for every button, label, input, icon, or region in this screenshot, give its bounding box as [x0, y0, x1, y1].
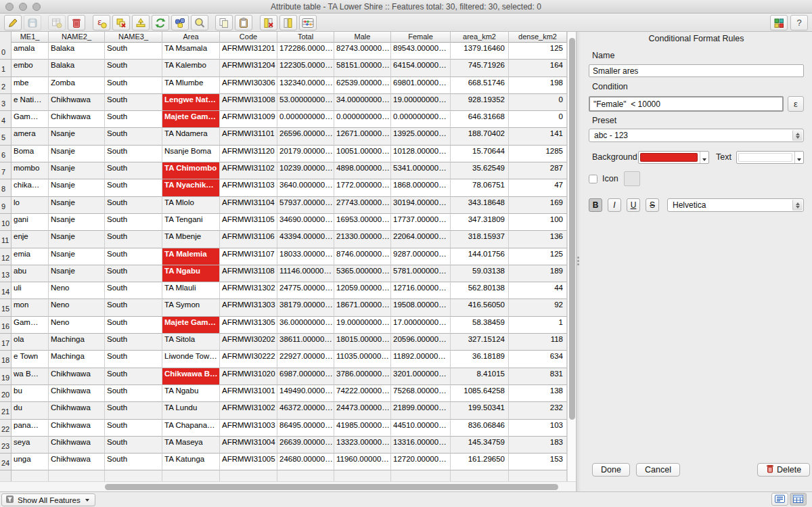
cell-total[interactable]: 3640.000000… — [277, 179, 334, 196]
cell-name2[interactable]: Neno — [49, 282, 105, 299]
cell-name3[interactable]: South — [105, 43, 162, 60]
cell-area_km2[interactable]: 188.70402 — [451, 128, 509, 145]
cell-female[interactable]: 19508.00000… — [391, 299, 451, 316]
paste-features-button[interactable] — [235, 15, 252, 30]
cell-name3[interactable]: South — [105, 265, 162, 282]
cell-name2[interactable]: Neno — [49, 299, 105, 316]
row-number[interactable]: 22 — [0, 420, 12, 437]
cell-name1[interactable]: seya — [12, 437, 49, 454]
cell-male[interactable]: 3786.000000… — [334, 368, 391, 385]
cell-name3[interactable]: South — [105, 351, 162, 368]
cell-area_km2[interactable]: 343.18648 — [451, 197, 509, 214]
cell-male[interactable]: 19.00000000… — [334, 317, 391, 334]
cell-dense_km2[interactable]: 138 — [509, 385, 567, 402]
cell-name3[interactable]: South — [105, 368, 162, 385]
cell-female[interactable]: 30194.00000… — [391, 197, 451, 214]
row-number[interactable]: 2 — [0, 77, 12, 94]
cell-total[interactable]: 43394.00000… — [277, 231, 334, 248]
cell-male[interactable]: 34.00000000… — [334, 94, 391, 111]
toggle-editing-button[interactable] — [4, 15, 22, 30]
cell-dense_km2[interactable]: 103 — [509, 420, 567, 437]
cell-male[interactable]: 18015.00000… — [334, 334, 391, 351]
cell-dense_km2[interactable]: 634 — [509, 351, 567, 368]
cell-name1[interactable]: amala — [12, 43, 49, 60]
cell-name1[interactable]: mombo — [12, 162, 49, 179]
cell-name2[interactable]: Chikhwawa — [49, 111, 105, 128]
cell-female[interactable]: 69801.00000… — [391, 77, 451, 94]
cell-code[interactable]: AFRMWI31002 — [220, 402, 277, 419]
cell-area_km2[interactable]: 646.31668 — [451, 111, 509, 128]
cell-male[interactable]: 58151.00000… — [334, 60, 391, 76]
cell-area[interactable]: TA Ngabu — [162, 385, 220, 402]
cell-area[interactable]: TA Ngabu — [162, 265, 220, 282]
cell-female[interactable]: 19.00000000… — [391, 94, 451, 111]
cell-female[interactable]: 12716.00000… — [391, 282, 451, 299]
cell-name2[interactable]: Nsanje — [49, 197, 105, 214]
cell-name1[interactable]: du — [12, 402, 49, 419]
cell-code[interactable]: AFRMWI30222 — [220, 351, 277, 368]
cell-area[interactable]: TA Mlauli — [162, 282, 220, 299]
cell-code[interactable]: AFRMWI31003 — [220, 420, 277, 437]
cell-name2[interactable]: Chikhwawa — [49, 385, 105, 402]
cell-dense_km2[interactable]: 0 — [509, 94, 567, 111]
row-number[interactable]: 8 — [0, 179, 12, 196]
row-number[interactable]: 20 — [0, 385, 12, 402]
column-header-code[interactable]: Code — [220, 32, 277, 43]
cell-dense_km2[interactable]: 1285 — [509, 146, 567, 162]
form-view-toggle[interactable] — [771, 493, 788, 506]
cell-name3[interactable]: South — [105, 111, 162, 128]
column-header-female[interactable]: Female — [391, 32, 451, 43]
done-button[interactable]: Done — [592, 463, 630, 477]
row-number[interactable]: 12 — [0, 248, 12, 265]
reload-table-button[interactable] — [48, 15, 66, 30]
cell-female[interactable]: 20596.00000… — [391, 334, 451, 351]
cell-total[interactable]: 10239.00000… — [277, 162, 334, 179]
cell-female[interactable]: 17737.00000… — [391, 214, 451, 231]
cell-name3[interactable]: South — [105, 197, 162, 214]
row-number[interactable]: 11 — [0, 231, 12, 248]
cell-area[interactable]: TA Mbenje — [162, 231, 220, 248]
cell-name3[interactable]: South — [105, 214, 162, 231]
cell-dense_km2[interactable]: 92 — [509, 299, 567, 316]
cell-name2[interactable]: Balaka — [49, 60, 105, 76]
cell-code[interactable]: AFRMWI31303 — [220, 299, 277, 316]
cell-area[interactable]: TA Sitola — [162, 334, 220, 351]
cell-code[interactable]: AFRMWI31105 — [220, 214, 277, 231]
panel-splitter[interactable] — [576, 32, 581, 491]
cell-male[interactable]: 1772.000000… — [334, 179, 391, 196]
cell-male[interactable]: 11035.00000… — [334, 351, 391, 368]
cell-female[interactable]: 11892.00000… — [391, 351, 451, 368]
cell-name1[interactable]: ola — [12, 334, 49, 351]
cell-male[interactable]: 18671.00000… — [334, 299, 391, 316]
cell-male[interactable]: 74222.00000… — [334, 385, 391, 402]
cell-female[interactable]: 89543.00000… — [391, 43, 451, 60]
cell-area_km2[interactable]: 199.50341 — [451, 402, 509, 419]
cell-area_km2[interactable]: 15.70644 — [451, 146, 509, 162]
condition-input[interactable] — [589, 96, 784, 112]
cell-name3[interactable]: South — [105, 162, 162, 179]
row-number[interactable]: 14 — [0, 282, 12, 299]
cell-total[interactable]: 26596.00000… — [277, 128, 334, 145]
row-number[interactable]: 15 — [0, 299, 12, 316]
cell-name3[interactable]: South — [105, 402, 162, 419]
cell-area_km2[interactable]: 836.06846 — [451, 420, 509, 437]
cell-area_km2[interactable]: 36.18189 — [451, 351, 509, 368]
cell-name2[interactable]: Chikhwawa — [49, 454, 105, 470]
cell-name3[interactable]: South — [105, 248, 162, 265]
cell-area_km2[interactable]: 745.71926 — [451, 60, 509, 76]
row-number[interactable]: 0 — [0, 43, 12, 60]
cell-female[interactable]: 10128.00000… — [391, 146, 451, 162]
cell-name1[interactable]: Gam… — [12, 111, 49, 128]
help-button[interactable]: ? — [790, 15, 808, 30]
cell-code[interactable]: AFRMWI31004 — [220, 437, 277, 454]
cell-area[interactable]: Chikwawa B… — [162, 368, 220, 385]
cell-area_km2[interactable]: 145.34759 — [451, 437, 509, 454]
cell-name3[interactable]: South — [105, 94, 162, 111]
cell-dense_km2[interactable]: 125 — [509, 248, 567, 265]
cell-name2[interactable]: Machinga — [49, 351, 105, 368]
cell-female[interactable]: 22064.00000… — [391, 231, 451, 248]
cancel-button[interactable]: Cancel — [636, 463, 680, 477]
corner-header-cell[interactable] — [0, 32, 12, 43]
column-header-me1[interactable]: ME1_ — [12, 32, 49, 43]
bold-button[interactable]: B — [589, 198, 602, 212]
